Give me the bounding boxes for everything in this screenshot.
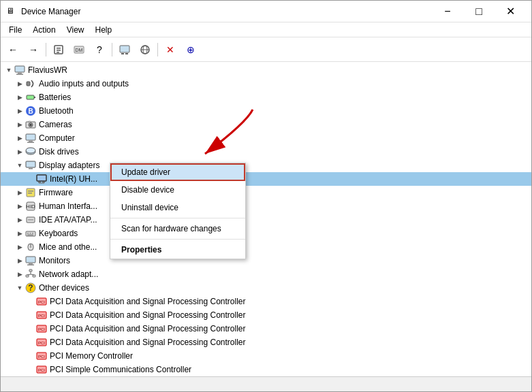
- svg-rect-54: [33, 275, 35, 277]
- maximize-button[interactable]: □: [463, 1, 495, 22]
- ctx-update-driver[interactable]: Update driver: [110, 163, 245, 181]
- menu-view[interactable]: View: [61, 24, 90, 36]
- status-bar: [1, 376, 531, 391]
- tree-item-hid[interactable]: ▶ HID Human Interfa...: [1, 199, 531, 213]
- cameras-label: Cameras: [39, 120, 72, 129]
- tree-item-pci4[interactable]: PCI PCI Data Acquisition and Signal Proc…: [1, 336, 531, 349]
- device-tree[interactable]: ▼ FlaviusWR ▶: [1, 62, 531, 376]
- svg-point-28: [26, 148, 35, 153]
- firmware-label: Firmware: [39, 188, 73, 197]
- svg-rect-30: [29, 168, 33, 169]
- forward-button[interactable]: →: [24, 40, 43, 59]
- svg-rect-3: [57, 52, 59, 53]
- pci4-icon: PCI: [36, 337, 47, 348]
- disk-expander[interactable]: ▶: [14, 146, 25, 157]
- pci1-icon: PCI: [36, 296, 47, 307]
- batteries-expander[interactable]: ▶: [14, 92, 25, 103]
- menu-bar: File Action View Help: [1, 22, 531, 37]
- ctx-disable-device[interactable]: Disable device: [110, 181, 245, 199]
- tree-item-mice[interactable]: ▶ Mice and othe...: [1, 240, 531, 254]
- svg-text:HID: HID: [26, 203, 35, 210]
- ctx-properties[interactable]: Properties: [110, 241, 245, 259]
- svg-rect-49: [26, 257, 35, 263]
- tree-item-other[interactable]: ▼ ? Other devices: [1, 281, 531, 295]
- tree-item-pci1[interactable]: PCI PCI Data Acquisition and Signal Proc…: [1, 295, 531, 308]
- tree-item-intel[interactable]: Intel(R) UH...: [1, 172, 531, 186]
- keyboards-expander[interactable]: ▶: [14, 228, 25, 239]
- close-button[interactable]: ✕: [495, 1, 526, 22]
- menu-help[interactable]: Help: [90, 24, 118, 36]
- display-label: Display adapters: [39, 161, 99, 170]
- help-toolbar-button[interactable]: ?: [90, 40, 109, 59]
- tree-item-pci-simple[interactable]: PCI PCI Simple Communications Controller: [1, 363, 531, 376]
- tree-item-batteries[interactable]: ▶ Batteries: [1, 91, 531, 104]
- tree-item-firmware[interactable]: ▶ Firmware: [1, 186, 531, 199]
- pci-simple-label: PCI Simple Communications Controller: [50, 365, 191, 374]
- root-expander[interactable]: ▼: [3, 65, 14, 76]
- mice-expander[interactable]: ▶: [14, 242, 25, 252]
- network-button[interactable]: [136, 40, 155, 59]
- menu-action[interactable]: Action: [27, 24, 61, 36]
- svg-line-56: [27, 274, 31, 275]
- tree-item-display[interactable]: ▼ Display adapters: [1, 159, 531, 172]
- tree-item-pci2[interactable]: PCI PCI Data Acquisition and Signal Proc…: [1, 308, 531, 322]
- mice-icon: [25, 242, 36, 252]
- cameras-expander[interactable]: ▶: [14, 119, 25, 130]
- ctx-scan-hardware[interactable]: Scan for hardware changes: [110, 220, 245, 238]
- computer-tree-icon: [25, 133, 36, 144]
- network-expander[interactable]: ▶: [14, 269, 25, 280]
- svg-rect-52: [29, 270, 32, 272]
- tree-item-cameras[interactable]: ▶ Cameras: [1, 118, 531, 131]
- tree-item-audio[interactable]: ▶ Audio inputs and outputs: [1, 77, 531, 91]
- minimize-button[interactable]: −: [432, 1, 463, 22]
- audio-label: Audio inputs and outputs: [39, 79, 129, 88]
- back-button[interactable]: ←: [3, 40, 22, 59]
- window-controls: − □ ✕: [432, 1, 526, 22]
- svg-rect-41: [28, 219, 33, 220]
- add-button[interactable]: ⊕: [181, 40, 200, 59]
- audio-expander[interactable]: ▶: [14, 78, 25, 89]
- menu-file[interactable]: File: [3, 24, 27, 36]
- toolbar-separator-1: [46, 43, 46, 56]
- update-driver-toolbar-button[interactable]: DM: [69, 40, 89, 59]
- svg-rect-16: [27, 95, 34, 99]
- tree-item-pci3[interactable]: PCI PCI Data Acquisition and Signal Proc…: [1, 322, 531, 336]
- tree-item-pci-memory[interactable]: PCI PCI Memory Controller: [1, 349, 531, 363]
- tree-item-monitors[interactable]: ▶ Monitors: [1, 254, 531, 267]
- bluetooth-expander[interactable]: ▶: [14, 105, 25, 116]
- network-label: Network adapt...: [39, 270, 98, 279]
- properties-toolbar-button[interactable]: [49, 40, 68, 59]
- tree-item-bluetooth[interactable]: ▶ B Bluetooth: [1, 104, 531, 118]
- ide-label: IDE ATA/ATAP...: [39, 215, 97, 225]
- ctx-uninstall-device[interactable]: Uninstall device: [110, 199, 245, 216]
- disk-label: Disk drives: [39, 147, 79, 157]
- ctx-separator: [110, 218, 245, 218]
- display-expander[interactable]: ▼: [14, 160, 25, 171]
- tree-item-keyboards[interactable]: ▶ Keyboards: [1, 227, 531, 240]
- svg-text:PCI: PCI: [38, 314, 45, 318]
- svg-rect-8: [125, 53, 128, 54]
- ide-expander[interactable]: ▶: [14, 214, 25, 225]
- monitors-icon: [25, 255, 36, 266]
- remove-button[interactable]: ✕: [161, 40, 180, 59]
- scan-hardware-button[interactable]: [115, 40, 134, 59]
- monitors-expander[interactable]: ▶: [14, 255, 25, 266]
- pci-memory-icon: PCI: [36, 350, 47, 361]
- svg-rect-13: [18, 73, 22, 74]
- svg-rect-25: [29, 141, 33, 142]
- tree-item-disk[interactable]: ▶ Disk drives: [1, 145, 531, 159]
- tree-item-computer[interactable]: ▶ Computer: [1, 131, 531, 145]
- other-expander[interactable]: ▼: [14, 282, 25, 293]
- app-icon: 🖥: [6, 6, 17, 17]
- svg-rect-44: [30, 233, 31, 234]
- batteries-label: Batteries: [39, 93, 71, 102]
- firmware-expander[interactable]: ▶: [14, 187, 25, 198]
- svg-rect-43: [27, 233, 29, 234]
- tree-root[interactable]: ▼ FlaviusWR: [1, 63, 531, 77]
- tree-item-network[interactable]: ▶ Network adapt...: [1, 267, 531, 281]
- hid-expander[interactable]: ▶: [14, 201, 25, 212]
- tree-item-ide[interactable]: ▶ IDE ATA/ATAP...: [1, 213, 531, 227]
- pci3-icon: PCI: [36, 323, 47, 334]
- intel-label: Intel(R) UH...: [50, 174, 97, 184]
- computer-expander[interactable]: ▶: [14, 133, 25, 144]
